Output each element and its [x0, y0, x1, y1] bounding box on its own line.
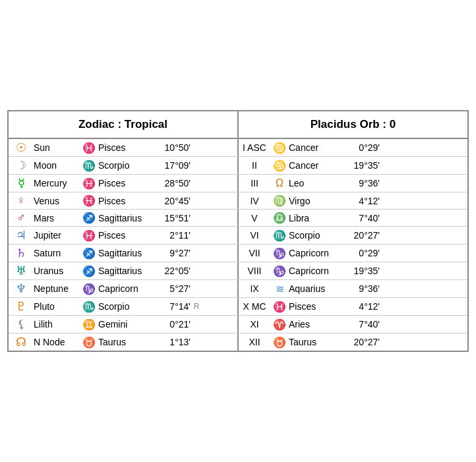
- planet-sign-icon: ♓: [80, 229, 98, 242]
- planet-degree: 0°21': [158, 319, 191, 330]
- planet-sign: Pisces: [98, 142, 158, 153]
- planet-row: ♀ Venus ♓ Pisces 20°45': [9, 192, 239, 209]
- planet-sign-icon: ♐: [80, 247, 98, 260]
- planet-degree: 22°05': [158, 266, 191, 276]
- planet-sign-icon: ♓: [80, 194, 98, 207]
- house-number: VIII: [239, 266, 270, 276]
- house-sign-icon: ♋: [270, 142, 289, 154]
- astrology-table: Zodiac : Tropical Placidus Orb : 0 ☉ Sun…: [7, 110, 469, 352]
- planet-degree: 9°27': [158, 248, 191, 258]
- table-row: ♇ Pluto ♏ Scorpio 7°14' R X MC ♓ Pisces …: [9, 298, 467, 316]
- planet-icon: ♃: [9, 228, 34, 243]
- table-row: ♂ Mars ♐ Sagittarius 15°51' V ♎ Libra 7°…: [9, 210, 467, 227]
- table-row: ♄ Saturn ♐ Sagittarius 9°27' VII ♑ Capri…: [9, 245, 467, 262]
- house-row: I ASC ♋ Cancer 0°29': [239, 139, 467, 156]
- planet-icon: ⚸: [9, 317, 34, 332]
- planet-sign: Scorpio: [98, 301, 158, 312]
- house-number: II: [239, 160, 270, 171]
- table-row: ⚸ Lilith ♊ Gemini 0°21' XI ♈ Aries 7°40': [9, 316, 467, 333]
- house-row: XI ♈ Aries 7°40': [239, 316, 467, 333]
- house-degree: 9°36': [347, 178, 380, 188]
- planet-degree: 2°11': [158, 230, 191, 241]
- house-sign-icon: ♋: [270, 159, 289, 172]
- planet-row: ⚸ Lilith ♊ Gemini 0°21': [9, 316, 239, 333]
- planet-sign-icon: ♑: [80, 283, 98, 295]
- planet-degree: 7°14': [158, 301, 191, 312]
- house-number: XI: [239, 319, 270, 330]
- planet-name: Pluto: [34, 301, 80, 312]
- planet-sign: Sagittarius: [98, 266, 158, 276]
- house-degree: 7°40': [347, 319, 380, 330]
- house-sign-icon: ≋: [270, 283, 289, 295]
- house-sign-icon: ♓: [270, 301, 289, 313]
- planet-row: ☉ Sun ♓ Pisces 10°50': [9, 139, 239, 156]
- planet-name: Sun: [34, 142, 80, 153]
- planet-name: Lilith: [34, 319, 80, 330]
- planet-sign-icon: ♊: [80, 318, 98, 331]
- house-sign: Cancer: [289, 160, 347, 171]
- planet-row: ♆ Neptune ♑ Capricorn 5°27': [9, 280, 239, 297]
- planet-degree: 17°09': [158, 160, 191, 171]
- table-body: ☉ Sun ♓ Pisces 10°50' I ASC ♋ Cancer 0°2…: [9, 139, 467, 351]
- planet-icon: ☿: [9, 176, 34, 190]
- house-row: V ♎ Libra 7°40': [239, 210, 467, 226]
- house-degree: 20°27': [347, 337, 380, 347]
- house-degree: 9°36': [347, 283, 380, 294]
- planet-sign: Pisces: [98, 196, 158, 206]
- planet-name: Mars: [34, 213, 80, 223]
- house-number: XII: [239, 337, 270, 347]
- planet-name: Neptune: [34, 283, 80, 294]
- house-sign: Aquarius: [289, 283, 347, 294]
- house-sign: Virgo: [289, 196, 347, 206]
- planet-icon: ♂: [9, 211, 34, 225]
- table-row: ☉ Sun ♓ Pisces 10°50' I ASC ♋ Cancer 0°2…: [9, 139, 467, 157]
- house-degree: 4°12': [347, 196, 380, 206]
- planet-icon: ♅: [9, 264, 34, 278]
- planet-name: Moon: [34, 160, 80, 171]
- planet-degree: 10°50': [158, 142, 191, 153]
- planet-icon: ☽: [9, 158, 34, 173]
- house-number: IV: [239, 196, 270, 206]
- planet-degree: 28°50': [158, 178, 191, 188]
- house-sign-icon: ♏: [270, 229, 289, 242]
- house-degree: 20°27': [347, 230, 380, 241]
- placidus-header: Placidus Orb : 0: [239, 111, 467, 138]
- planet-sign-icon: ♐: [80, 265, 98, 277]
- house-degree: 4°12': [347, 301, 380, 312]
- table-row: ☽ Moon ♏ Scorpio 17°09' II ♋ Cancer 19°3…: [9, 157, 467, 175]
- house-sign: Capricorn: [289, 248, 347, 258]
- house-sign-icon: ♉: [270, 336, 289, 349]
- house-row: IV ♍ Virgo 4°12': [239, 192, 467, 209]
- planet-sign: Taurus: [98, 337, 158, 347]
- retrograde-flag: R: [191, 302, 202, 311]
- planet-name: N Node: [34, 337, 80, 347]
- table-row: ♃ Jupiter ♓ Pisces 2°11' VI ♏ Scorpio 20…: [9, 227, 467, 245]
- house-row: VI ♏ Scorpio 20°27': [239, 227, 467, 244]
- planet-sign: Scorpio: [98, 160, 158, 171]
- zodiac-header: Zodiac : Tropical: [9, 111, 239, 138]
- house-sign-icon: ♍: [270, 194, 289, 207]
- house-number: VII: [239, 248, 270, 258]
- planet-icon: ♀: [9, 194, 34, 208]
- house-sign: Capricorn: [289, 266, 347, 276]
- planet-icon: ♇: [9, 299, 34, 314]
- house-sign-icon: ♑: [270, 265, 289, 277]
- planet-degree: 1°13': [158, 337, 191, 347]
- planet-icon: ♆: [9, 281, 34, 296]
- house-sign: Leo: [289, 178, 347, 188]
- planet-sign: Pisces: [98, 230, 158, 241]
- house-degree: 0°29': [347, 142, 380, 153]
- house-degree: 7°40': [347, 213, 380, 223]
- house-sign: Aries: [289, 319, 347, 330]
- planet-row: ☽ Moon ♏ Scorpio 17°09': [9, 157, 239, 174]
- planet-name: Mercury: [34, 178, 80, 188]
- house-row: X MC ♓ Pisces 4°12': [239, 298, 467, 315]
- planet-sign-icon: ♐: [80, 212, 98, 224]
- house-sign-icon: ♑: [270, 247, 289, 260]
- house-row: VIII ♑ Capricorn 19°35': [239, 262, 467, 279]
- house-number: VI: [239, 230, 270, 241]
- house-row: II ♋ Cancer 19°35': [239, 157, 467, 174]
- house-degree: 0°29': [347, 248, 380, 258]
- house-sign: Libra: [289, 213, 347, 223]
- planet-sign: Gemini: [98, 319, 158, 330]
